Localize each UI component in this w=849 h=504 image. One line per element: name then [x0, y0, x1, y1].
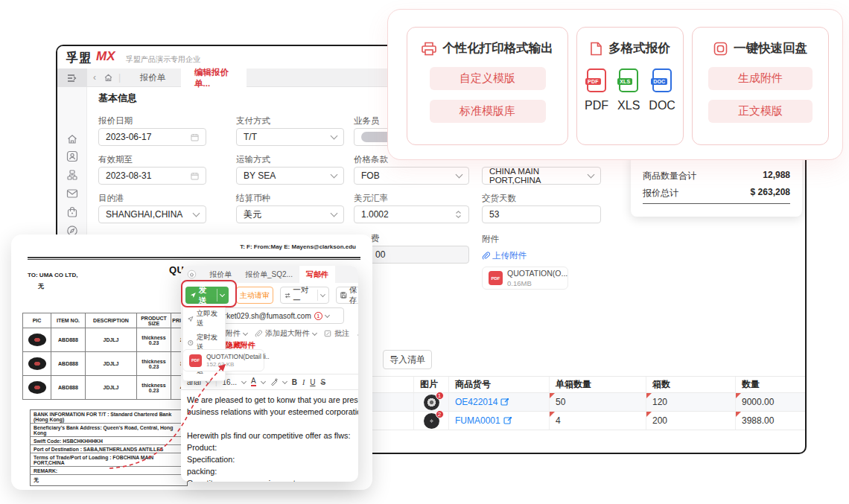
- doc-to-line2: 无: [38, 282, 44, 290]
- valid-until-value: 2023-08-31: [106, 170, 151, 181]
- price-terms-label: 价格条款: [354, 154, 388, 165]
- doc-product-image: [28, 334, 46, 346]
- standard-template-library-button[interactable]: 标准模版库: [430, 100, 546, 123]
- per-box-cell[interactable]: 50: [549, 393, 646, 411]
- dest-port-select[interactable]: SHANGHAI,CHINA: [98, 205, 206, 223]
- format-pdf: PDF PDF: [585, 68, 608, 112]
- per-box-cell[interactable]: 4: [549, 412, 646, 430]
- attachment-size: 152.63 KB: [206, 361, 270, 368]
- home-icon[interactable]: [104, 73, 113, 83]
- quote-date-value: 2023-06-17: [106, 132, 151, 142]
- tab-quote-list[interactable]: 报价单: [126, 68, 179, 87]
- recipient-count-badge: 1: [314, 312, 322, 320]
- font-color-button[interactable]: A: [251, 377, 256, 386]
- doc-product-table: PIC ITEM NO. DESCRIPTION PRODUCT SIZE PR…: [22, 313, 203, 400]
- payment-select[interactable]: T/T: [236, 128, 344, 146]
- tab-edit-quote[interactable]: 编辑报价单...: [181, 68, 247, 87]
- section-title-basic-info: 基本信息: [98, 92, 137, 105]
- email-tab-compose[interactable]: 写邮件: [299, 266, 335, 283]
- quote-attachment-chip[interactable]: PDF QUOTATION(O... 0.16MB: [482, 267, 568, 290]
- quote-total-value: $ 263,208: [751, 187, 790, 200]
- chevron-down-icon[interactable]: [325, 312, 330, 317]
- email-tab-quote-sq2[interactable]: 报价单_SQ2...: [238, 266, 299, 283]
- request-review-button[interactable]: 主动请审: [236, 287, 273, 304]
- row-badge: 2: [436, 410, 444, 418]
- import-list-button[interactable]: 导入清单: [383, 350, 432, 369]
- highlight-pen-icon[interactable]: [270, 378, 278, 386]
- generate-attachment-button[interactable]: 生成附件: [708, 67, 813, 90]
- header-boxes: 箱数: [646, 377, 735, 392]
- custom-template-button[interactable]: 自定义模版: [430, 67, 546, 90]
- xls-file-icon: XLS: [619, 68, 638, 92]
- edit-icon[interactable]: [503, 416, 512, 425]
- body-template-button[interactable]: 正文模版: [708, 100, 813, 123]
- upload-attachment-text: 上传附件: [492, 250, 527, 261]
- header-per-box: 单箱数量: [549, 377, 646, 392]
- header-qty: 数量: [735, 377, 807, 392]
- save-button[interactable]: 保存: [336, 287, 358, 304]
- add-large-attachment-action[interactable]: 添加超大附件: [265, 328, 310, 339]
- pdf-file-icon: PDF: [587, 68, 606, 92]
- orgchart-icon[interactable]: [66, 169, 78, 181]
- printer-icon: [422, 42, 436, 56]
- qty-cell[interactable]: 3988.00: [735, 412, 807, 430]
- boxes-cell[interactable]: 120: [646, 393, 735, 411]
- email-body-editor[interactable]: We are pleased to get to konw that you a…: [187, 394, 358, 482]
- menu-item-send-now[interactable]: 立即发送: [183, 307, 225, 331]
- usd-rate-stepper[interactable]: 1.0002: [354, 205, 469, 223]
- hamburger-icon: [67, 74, 77, 83]
- paperclip-icon: [482, 252, 490, 260]
- shipping-port-select[interactable]: CHINA MAIN PORT,CHINA: [482, 167, 601, 185]
- product-image: 1: [424, 395, 439, 410]
- underline-button[interactable]: U: [310, 378, 315, 386]
- payment-label: 支付方式: [236, 115, 270, 127]
- quote-date-input[interactable]: 2023-06-17: [98, 128, 206, 146]
- stepper-icons[interactable]: [455, 210, 462, 219]
- brand-logo-mx: MX: [96, 49, 115, 64]
- recipient-field[interactable]: market029.sh@fumasoft.com 1: [209, 307, 344, 324]
- product-code-link[interactable]: OE422014: [455, 397, 497, 407]
- doc-bank-info: BANK INFORMATION FOR T/T : Standard Char…: [30, 409, 188, 486]
- upload-attachment-link[interactable]: 上传附件: [482, 250, 527, 261]
- annotate-action[interactable]: 批注: [334, 328, 349, 339]
- delivery-days-value: 53: [489, 209, 499, 220]
- boxes-cell[interactable]: 200: [646, 412, 735, 430]
- annotate-icon: [324, 330, 331, 337]
- quote-summary-card: 商品数量合计 12,988 报价总计 $ 263,208: [631, 154, 802, 217]
- strikethrough-button[interactable]: S: [320, 378, 325, 386]
- bold-button[interactable]: B: [292, 378, 297, 386]
- user-icon[interactable]: [66, 150, 78, 162]
- calendar-icon: [191, 172, 199, 180]
- promo-card-reply: 一键快速回盘 生成附件 正文模版: [692, 27, 829, 145]
- one-to-one-label: 一对一: [293, 285, 314, 306]
- mail-icon[interactable]: [66, 188, 78, 200]
- header-image: 图片: [413, 377, 448, 392]
- pdf-file-icon: PDF: [189, 354, 202, 367]
- back-chevron-icon[interactable]: ‹: [93, 72, 96, 83]
- currency-value: 美元: [244, 208, 261, 221]
- delivery-days-input[interactable]: 53: [482, 205, 601, 223]
- attachment-label: 附件: [482, 234, 499, 245]
- collapse-menu-button[interactable]: [57, 68, 87, 87]
- price-terms-select[interactable]: FOB: [354, 167, 469, 185]
- product-code-link[interactable]: FUMA0001: [455, 415, 500, 426]
- qty-cell[interactable]: 9000.00: [735, 393, 807, 411]
- dest-port-label: 目的港: [98, 193, 124, 204]
- quick-reply-icon: [713, 42, 728, 56]
- summary-divider: [643, 203, 790, 204]
- package-icon[interactable]: [66, 206, 78, 218]
- email-attachment-chip[interactable]: PDF QUOTATION(Detail li.. 152.63 KB: [182, 349, 264, 371]
- usd-rate-label: 美元汇率: [354, 193, 388, 204]
- currency-select[interactable]: 美元: [236, 205, 344, 223]
- transport-label: 运输方式: [236, 154, 270, 165]
- import-list-label: 导入清单: [389, 354, 425, 366]
- chevron-down-icon: [193, 210, 200, 217]
- price-terms-value: FOB: [361, 170, 380, 181]
- edit-icon[interactable]: [500, 398, 509, 406]
- promo-card-title: 一键快速回盘: [734, 40, 807, 57]
- valid-until-input[interactable]: 2023-08-31: [98, 167, 206, 185]
- home-icon[interactable]: [66, 133, 78, 145]
- one-to-one-button[interactable]: 一对一: [280, 287, 329, 304]
- transport-select[interactable]: BY SEA: [236, 167, 344, 185]
- italic-button[interactable]: I: [302, 378, 305, 386]
